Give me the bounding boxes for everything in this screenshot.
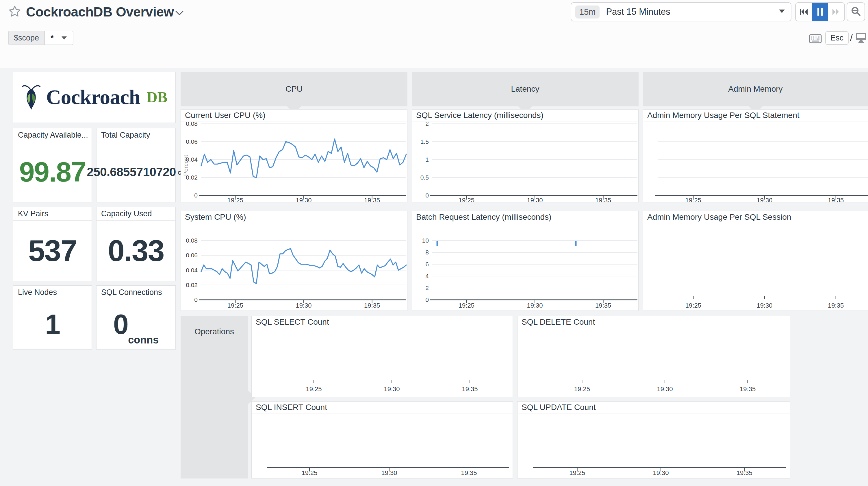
logo-word: Cockroach	[46, 85, 141, 109]
time-range-badge: 15m	[575, 5, 599, 19]
svg-text:0.06: 0.06	[186, 138, 198, 145]
svg-text:19:30: 19:30	[657, 385, 673, 393]
svg-text:19:30: 19:30	[527, 302, 542, 309]
svg-text:0.06: 0.06	[186, 252, 198, 258]
svg-text:0.08: 0.08	[186, 121, 198, 127]
stat-title: Capacity Used	[96, 207, 176, 221]
group-header-label: Operations	[181, 327, 248, 336]
svg-text:19:35: 19:35	[364, 302, 380, 309]
scope-caret-icon	[61, 36, 67, 40]
title-chevron-down-icon[interactable]	[175, 10, 184, 17]
stat-title: Live Nodes	[13, 286, 92, 299]
chart-plot-area[interactable]: 19:2519:3019:35	[643, 121, 868, 202]
svg-text:19:30: 19:30	[296, 197, 311, 202]
chart-system-cpu: System CPU (%) 00.020.040.060.0819:2519:…	[181, 211, 407, 311]
stat-value: 99.87	[19, 158, 86, 186]
chart-sql-delete-count: SQL DELETE Count 19:2519:3019:35	[517, 316, 790, 397]
svg-text:0: 0	[194, 296, 198, 303]
rewind-button[interactable]	[796, 3, 812, 21]
esc-key-hint: Esc	[825, 31, 849, 45]
group-header-latency[interactable]: Latency	[412, 72, 639, 106]
svg-text:0.04: 0.04	[186, 267, 198, 274]
chart-plot-area[interactable]: 19:2519:3019:35	[643, 223, 868, 311]
scope-filter-label: $scope	[9, 31, 45, 45]
chart-plot-area[interactable]: 19:2519:3019:35	[252, 413, 513, 478]
svg-text:0: 0	[194, 192, 198, 199]
svg-text:19:25: 19:25	[574, 385, 590, 393]
scope-filter-value-text: *	[51, 33, 54, 42]
svg-text:19:25: 19:25	[459, 197, 474, 202]
chart-plot-area[interactable]: 19:2519:3019:35	[518, 413, 790, 478]
svg-text:19:35: 19:35	[828, 197, 844, 202]
stat-card-sql-connections: SQL Connections 0 conns	[96, 285, 176, 349]
page-title: CockroachDB Overview	[26, 4, 174, 20]
svg-text:19:30: 19:30	[756, 197, 772, 202]
chart-plot-area[interactable]: 00.511.5219:2519:3019:35	[412, 121, 638, 202]
fast-forward-button[interactable]	[828, 3, 844, 21]
svg-text:1: 1	[425, 156, 429, 163]
stat-title: SQL Connections	[96, 286, 176, 299]
chart-sql-select-count: SQL SELECT Count 19:2519:3019:35	[251, 316, 513, 397]
stat-value: 0.33	[108, 236, 164, 266]
svg-text:19:35: 19:35	[461, 469, 477, 477]
chart-batch-request-latency: Batch Request Latency (milliseconds) 024…	[412, 211, 639, 311]
svg-text:19:25: 19:25	[459, 302, 474, 309]
stat-value: 537	[28, 236, 77, 266]
svg-text:0: 0	[425, 296, 429, 303]
group-header-cpu[interactable]: CPU	[181, 72, 407, 106]
slash-key-hint: /	[850, 32, 853, 43]
svg-text:19:30: 19:30	[296, 302, 311, 309]
svg-text:19:25: 19:25	[685, 197, 701, 202]
zoom-out-magnifier-icon	[851, 6, 861, 18]
chart-title: SQL UPDATE Count	[518, 402, 790, 413]
group-header-operations[interactable]: Operations	[181, 316, 248, 479]
time-range-label: Past 15 Minutes	[606, 7, 670, 17]
pause-button[interactable]	[812, 3, 828, 21]
svg-text:19:35: 19:35	[595, 302, 611, 309]
svg-text:19:35: 19:35	[740, 385, 755, 393]
stat-title: Total Capacity	[96, 128, 176, 142]
playback-controls	[795, 2, 845, 21]
svg-text:0: 0	[425, 192, 429, 199]
chart-plot-area[interactable]: 19:2519:3019:35	[518, 328, 790, 397]
group-header-label: CPU	[285, 84, 303, 94]
stat-unit: conns	[128, 335, 159, 349]
favorite-star-icon[interactable]	[8, 5, 21, 19]
time-range-selector[interactable]: 15m Past 15 Minutes	[571, 2, 792, 21]
chart-title: Current User CPU (%)	[181, 110, 407, 121]
svg-text:19:25: 19:25	[301, 469, 317, 477]
svg-text:8: 8	[425, 249, 429, 256]
group-header-label: Admin Memory	[728, 84, 782, 94]
svg-text:0.5: 0.5	[421, 174, 429, 181]
svg-text:19:25: 19:25	[306, 385, 321, 393]
scope-filter-value[interactable]: *	[45, 31, 73, 45]
chart-title: System CPU (%)	[181, 211, 407, 223]
svg-text:19:30: 19:30	[527, 197, 542, 202]
cockroach-bug-icon	[21, 83, 41, 112]
svg-text:19:35: 19:35	[828, 302, 844, 309]
chart-plot-area[interactable]: 024681019:2519:3019:35	[412, 223, 638, 311]
svg-text:19:25: 19:25	[685, 302, 701, 309]
chart-title: SQL Service Latency (milliseconds)	[412, 110, 638, 121]
top-bar: CockroachDB Overview 15m Past 15 Minutes	[0, 0, 868, 68]
scope-filter[interactable]: $scope *	[8, 31, 73, 45]
chart-plot-area[interactable]: 00.020.040.060.0819:2519:3019:35	[181, 223, 407, 311]
chart-plot-area[interactable]: Percent 00.020.040.060.0819:2519:3019:35	[181, 121, 407, 202]
svg-text:2: 2	[425, 121, 429, 127]
zoom-out-button[interactable]	[847, 2, 865, 21]
monitor-icon[interactable]	[855, 32, 867, 45]
svg-text:0.08: 0.08	[186, 237, 198, 244]
keyboard-icon	[809, 34, 822, 45]
chart-title: SQL INSERT Count	[252, 402, 513, 413]
stat-value: 1	[45, 311, 60, 338]
svg-text:19:35: 19:35	[462, 385, 477, 393]
chart-admin-memory-statement: Admin Memory Usage Per SQL Statement 19:…	[643, 109, 868, 202]
group-header-admin-memory[interactable]: Admin Memory	[643, 72, 868, 106]
chart-plot-area[interactable]: 19:2519:3019:35	[252, 328, 513, 397]
stat-card-capacity-available: Capacity Available... 99.87	[13, 128, 92, 202]
svg-text:19:30: 19:30	[384, 385, 400, 393]
chart-title: Batch Request Latency (milliseconds)	[412, 211, 638, 223]
svg-text:19:25: 19:25	[569, 469, 585, 477]
svg-text:19:30: 19:30	[381, 469, 397, 477]
chart-sql-update-count: SQL UPDATE Count 19:2519:3019:35	[517, 401, 790, 479]
